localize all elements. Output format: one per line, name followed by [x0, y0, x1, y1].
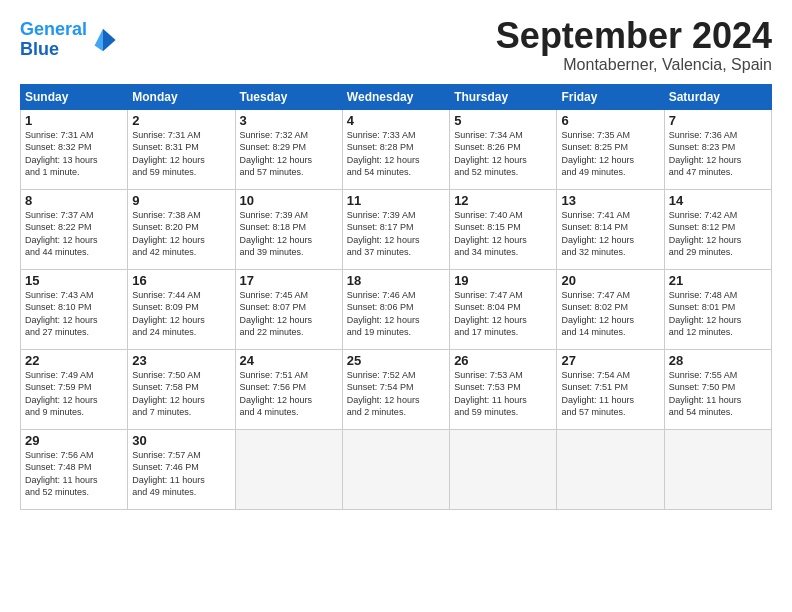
day-detail: Sunrise: 7:42 AM Sunset: 8:12 PM Dayligh…: [669, 209, 767, 259]
day-detail: Sunrise: 7:47 AM Sunset: 8:04 PM Dayligh…: [454, 289, 552, 339]
day-detail: Sunrise: 7:41 AM Sunset: 8:14 PM Dayligh…: [561, 209, 659, 259]
page: GeneralBlue September 2024 Montaberner, …: [0, 0, 792, 522]
calendar-cell: 20Sunrise: 7:47 AM Sunset: 8:02 PM Dayli…: [557, 269, 664, 349]
day-number: 29: [25, 433, 123, 448]
calendar-cell: 21Sunrise: 7:48 AM Sunset: 8:01 PM Dayli…: [664, 269, 771, 349]
calendar-cell: 30Sunrise: 7:57 AM Sunset: 7:46 PM Dayli…: [128, 429, 235, 509]
calendar-cell: 19Sunrise: 7:47 AM Sunset: 8:04 PM Dayli…: [450, 269, 557, 349]
day-number: 1: [25, 113, 123, 128]
day-number: 18: [347, 273, 445, 288]
day-number: 13: [561, 193, 659, 208]
day-detail: Sunrise: 7:49 AM Sunset: 7:59 PM Dayligh…: [25, 369, 123, 419]
day-number: 28: [669, 353, 767, 368]
day-number: 7: [669, 113, 767, 128]
calendar-cell: [664, 429, 771, 509]
day-number: 23: [132, 353, 230, 368]
day-number: 25: [347, 353, 445, 368]
day-detail: Sunrise: 7:55 AM Sunset: 7:50 PM Dayligh…: [669, 369, 767, 419]
day-header-wednesday: Wednesday: [342, 84, 449, 109]
day-detail: Sunrise: 7:39 AM Sunset: 8:18 PM Dayligh…: [240, 209, 338, 259]
day-detail: Sunrise: 7:54 AM Sunset: 7:51 PM Dayligh…: [561, 369, 659, 419]
day-detail: Sunrise: 7:37 AM Sunset: 8:22 PM Dayligh…: [25, 209, 123, 259]
calendar-cell: 29Sunrise: 7:56 AM Sunset: 7:48 PM Dayli…: [21, 429, 128, 509]
week-row-3: 15Sunrise: 7:43 AM Sunset: 8:10 PM Dayli…: [21, 269, 772, 349]
day-number: 12: [454, 193, 552, 208]
day-detail: Sunrise: 7:36 AM Sunset: 8:23 PM Dayligh…: [669, 129, 767, 179]
day-detail: Sunrise: 7:46 AM Sunset: 8:06 PM Dayligh…: [347, 289, 445, 339]
calendar-cell: 22Sunrise: 7:49 AM Sunset: 7:59 PM Dayli…: [21, 349, 128, 429]
week-row-4: 22Sunrise: 7:49 AM Sunset: 7:59 PM Dayli…: [21, 349, 772, 429]
day-number: 11: [347, 193, 445, 208]
day-header-friday: Friday: [557, 84, 664, 109]
calendar-cell: 2Sunrise: 7:31 AM Sunset: 8:31 PM Daylig…: [128, 109, 235, 189]
day-header-saturday: Saturday: [664, 84, 771, 109]
day-detail: Sunrise: 7:31 AM Sunset: 8:32 PM Dayligh…: [25, 129, 123, 179]
calendar-cell: [450, 429, 557, 509]
calendar-cell: 4Sunrise: 7:33 AM Sunset: 8:28 PM Daylig…: [342, 109, 449, 189]
calendar-cell: 6Sunrise: 7:35 AM Sunset: 8:25 PM Daylig…: [557, 109, 664, 189]
calendar-cell: 1Sunrise: 7:31 AM Sunset: 8:32 PM Daylig…: [21, 109, 128, 189]
calendar-cell: 3Sunrise: 7:32 AM Sunset: 8:29 PM Daylig…: [235, 109, 342, 189]
calendar-cell: 9Sunrise: 7:38 AM Sunset: 8:20 PM Daylig…: [128, 189, 235, 269]
day-number: 27: [561, 353, 659, 368]
day-number: 6: [561, 113, 659, 128]
title-area: September 2024 Montaberner, Valencia, Sp…: [496, 16, 772, 74]
logo-text: GeneralBlue: [20, 20, 87, 60]
day-detail: Sunrise: 7:44 AM Sunset: 8:09 PM Dayligh…: [132, 289, 230, 339]
calendar-cell: 13Sunrise: 7:41 AM Sunset: 8:14 PM Dayli…: [557, 189, 664, 269]
week-row-2: 8Sunrise: 7:37 AM Sunset: 8:22 PM Daylig…: [21, 189, 772, 269]
calendar-cell: 11Sunrise: 7:39 AM Sunset: 8:17 PM Dayli…: [342, 189, 449, 269]
day-number: 9: [132, 193, 230, 208]
calendar-cell: 26Sunrise: 7:53 AM Sunset: 7:53 PM Dayli…: [450, 349, 557, 429]
day-number: 26: [454, 353, 552, 368]
week-row-1: 1Sunrise: 7:31 AM Sunset: 8:32 PM Daylig…: [21, 109, 772, 189]
month-title: September 2024: [496, 16, 772, 56]
week-row-5: 29Sunrise: 7:56 AM Sunset: 7:48 PM Dayli…: [21, 429, 772, 509]
calendar-cell: [235, 429, 342, 509]
calendar-header-row: SundayMondayTuesdayWednesdayThursdayFrid…: [21, 84, 772, 109]
day-number: 15: [25, 273, 123, 288]
calendar-cell: 14Sunrise: 7:42 AM Sunset: 8:12 PM Dayli…: [664, 189, 771, 269]
calendar-cell: 16Sunrise: 7:44 AM Sunset: 8:09 PM Dayli…: [128, 269, 235, 349]
logo-icon: [89, 26, 117, 54]
day-header-sunday: Sunday: [21, 84, 128, 109]
day-detail: Sunrise: 7:34 AM Sunset: 8:26 PM Dayligh…: [454, 129, 552, 179]
calendar-cell: 17Sunrise: 7:45 AM Sunset: 8:07 PM Dayli…: [235, 269, 342, 349]
calendar-cell: 25Sunrise: 7:52 AM Sunset: 7:54 PM Dayli…: [342, 349, 449, 429]
subtitle: Montaberner, Valencia, Spain: [496, 56, 772, 74]
calendar-cell: [557, 429, 664, 509]
day-number: 24: [240, 353, 338, 368]
day-detail: Sunrise: 7:48 AM Sunset: 8:01 PM Dayligh…: [669, 289, 767, 339]
day-number: 4: [347, 113, 445, 128]
day-detail: Sunrise: 7:52 AM Sunset: 7:54 PM Dayligh…: [347, 369, 445, 419]
calendar-cell: 27Sunrise: 7:54 AM Sunset: 7:51 PM Dayli…: [557, 349, 664, 429]
day-header-thursday: Thursday: [450, 84, 557, 109]
calendar-cell: 5Sunrise: 7:34 AM Sunset: 8:26 PM Daylig…: [450, 109, 557, 189]
day-number: 3: [240, 113, 338, 128]
calendar-cell: 23Sunrise: 7:50 AM Sunset: 7:58 PM Dayli…: [128, 349, 235, 429]
day-detail: Sunrise: 7:31 AM Sunset: 8:31 PM Dayligh…: [132, 129, 230, 179]
svg-marker-0: [103, 29, 116, 51]
day-number: 17: [240, 273, 338, 288]
calendar-cell: 28Sunrise: 7:55 AM Sunset: 7:50 PM Dayli…: [664, 349, 771, 429]
calendar-table: SundayMondayTuesdayWednesdayThursdayFrid…: [20, 84, 772, 510]
day-number: 2: [132, 113, 230, 128]
day-number: 20: [561, 273, 659, 288]
day-number: 14: [669, 193, 767, 208]
calendar-cell: 15Sunrise: 7:43 AM Sunset: 8:10 PM Dayli…: [21, 269, 128, 349]
day-header-tuesday: Tuesday: [235, 84, 342, 109]
calendar-cell: 18Sunrise: 7:46 AM Sunset: 8:06 PM Dayli…: [342, 269, 449, 349]
day-detail: Sunrise: 7:38 AM Sunset: 8:20 PM Dayligh…: [132, 209, 230, 259]
calendar-cell: 10Sunrise: 7:39 AM Sunset: 8:18 PM Dayli…: [235, 189, 342, 269]
day-detail: Sunrise: 7:35 AM Sunset: 8:25 PM Dayligh…: [561, 129, 659, 179]
day-detail: Sunrise: 7:51 AM Sunset: 7:56 PM Dayligh…: [240, 369, 338, 419]
day-detail: Sunrise: 7:40 AM Sunset: 8:15 PM Dayligh…: [454, 209, 552, 259]
calendar-cell: [342, 429, 449, 509]
day-detail: Sunrise: 7:47 AM Sunset: 8:02 PM Dayligh…: [561, 289, 659, 339]
day-header-monday: Monday: [128, 84, 235, 109]
header: GeneralBlue September 2024 Montaberner, …: [20, 16, 772, 74]
day-number: 16: [132, 273, 230, 288]
day-number: 5: [454, 113, 552, 128]
day-detail: Sunrise: 7:33 AM Sunset: 8:28 PM Dayligh…: [347, 129, 445, 179]
day-detail: Sunrise: 7:56 AM Sunset: 7:48 PM Dayligh…: [25, 449, 123, 499]
